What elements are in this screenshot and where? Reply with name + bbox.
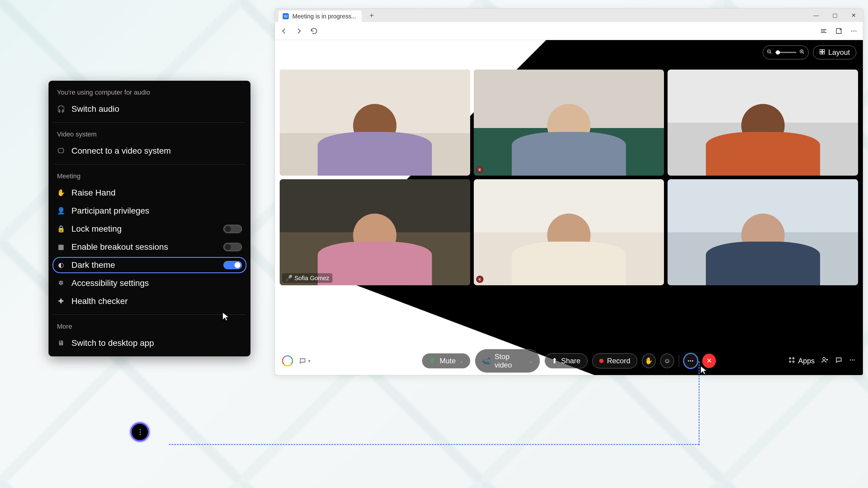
svg-rect-5: [820, 50, 822, 52]
participant-tile[interactable]: 🔇: [474, 179, 664, 285]
new-tab-button[interactable]: +: [367, 11, 376, 20]
minimize-button[interactable]: —: [807, 9, 826, 22]
switch-audio-item[interactable]: 🎧 Switch audio: [49, 100, 250, 118]
mute-label: Mute: [440, 357, 456, 365]
stop-video-button[interactable]: 📹 Stop video ⌄: [475, 349, 540, 372]
participant-name-badge: 🎤 Sofia Gomez: [282, 273, 333, 283]
browser-more-icon[interactable]: [849, 27, 858, 35]
more-panels-icon[interactable]: [849, 357, 856, 365]
webex-favicon-icon: W: [283, 13, 289, 19]
svg-point-18: [852, 359, 852, 360]
svg-point-14: [789, 361, 791, 362]
participant-privileges-label: Participant privileges: [71, 206, 149, 216]
accessibility-icon: ✲: [57, 279, 65, 287]
svg-point-9: [688, 360, 689, 361]
breakout-label: Enable breakout sessions: [71, 242, 168, 252]
share-button[interactable]: ⬆ Share: [545, 353, 587, 368]
video-icon: 📹: [482, 357, 491, 365]
maximize-button[interactable]: ▢: [826, 9, 844, 22]
svg-point-15: [793, 361, 795, 362]
desktop-app-label: Switch to desktop app: [71, 338, 154, 348]
menu-lines-icon[interactable]: [819, 27, 828, 35]
microphone-icon: 🎙: [429, 357, 436, 365]
participant-name: Sofia Gomez: [294, 275, 330, 282]
health-checker-item[interactable]: ✚ Health checker: [49, 292, 250, 310]
accessibility-label: Accessibility settings: [71, 278, 149, 288]
person-icon: 👤: [57, 207, 65, 215]
close-window-button[interactable]: ✕: [844, 9, 863, 22]
raise-hand-label: Raise Hand: [71, 188, 116, 198]
svg-point-12: [789, 358, 791, 359]
browser-titlebar: W Meeting is in progress... + — ▢ ✕: [275, 9, 863, 22]
connect-video-item[interactable]: 🖵 Connect to a video system: [49, 142, 250, 160]
browser-tab[interactable]: W Meeting is in progress...: [278, 10, 362, 22]
video-section-label: Video system: [49, 127, 250, 142]
zoom-control[interactable]: [763, 45, 809, 59]
chat-panel-icon[interactable]: [835, 356, 842, 365]
theme-icon: ◐: [57, 261, 65, 269]
breakout-sessions-item[interactable]: ▦ Enable breakout sessions: [49, 238, 250, 256]
svg-point-0: [851, 30, 852, 31]
svg-point-17: [850, 359, 851, 360]
record-label: Record: [607, 357, 630, 365]
more-section-label: More: [49, 319, 250, 334]
reactions-button[interactable]: ☺: [660, 354, 674, 368]
dark-theme-toggle[interactable]: [223, 261, 242, 269]
apps-icon: [788, 357, 795, 365]
apps-button[interactable]: Apps: [788, 357, 815, 365]
browser-window: W Meeting is in progress... + — ▢ ✕: [275, 8, 863, 375]
breakout-toggle[interactable]: [223, 243, 242, 251]
participant-tile-active[interactable]: 🎤 Sofia Gomez: [280, 179, 470, 285]
accessibility-item[interactable]: ✲ Accessibility settings: [49, 274, 250, 292]
svg-point-1: [853, 30, 854, 31]
participant-tile[interactable]: [668, 70, 858, 175]
desktop-app-item[interactable]: 🖥 Switch to desktop app: [49, 334, 250, 352]
lock-meeting-label: Lock meeting: [71, 224, 122, 234]
webex-logo-icon[interactable]: [282, 355, 293, 366]
record-button[interactable]: Record: [592, 353, 637, 368]
health-icon: ✚: [57, 297, 65, 305]
record-icon: [599, 359, 603, 363]
hand-icon: ✋: [57, 189, 65, 197]
svg-point-19: [854, 359, 855, 360]
svg-point-2: [855, 30, 856, 31]
layout-button[interactable]: Layout: [813, 45, 856, 59]
raise-hand-button[interactable]: ✋: [642, 354, 655, 368]
zoom-slider[interactable]: [775, 52, 796, 53]
grid-icon: [819, 48, 825, 57]
callout-line: [169, 444, 699, 445]
zoom-out-icon[interactable]: [767, 49, 772, 56]
mute-button[interactable]: 🎙 Mute ⌄: [422, 353, 470, 368]
meeting-area: Layout 🔇 🎤 Sofia Gomez: [275, 40, 863, 375]
participant-tile[interactable]: 🔇: [474, 70, 664, 175]
refresh-button[interactable]: [310, 27, 318, 35]
raise-hand-item[interactable]: ✋ Raise Hand: [49, 184, 250, 202]
participant-tile[interactable]: [668, 179, 858, 285]
more-options-button[interactable]: [684, 354, 698, 368]
chevron-down-icon[interactable]: ⌄: [529, 358, 533, 364]
tab-title: Meeting is in progress...: [292, 13, 356, 20]
chevron-down-icon[interactable]: ⌄: [459, 358, 463, 364]
forward-button[interactable]: [295, 27, 303, 35]
zoom-in-icon[interactable]: [799, 49, 805, 56]
lock-meeting-toggle[interactable]: [223, 225, 242, 233]
muted-icon: 🔇: [476, 275, 484, 283]
lock-icon: 🔒: [57, 225, 65, 233]
participants-icon[interactable]: [821, 356, 829, 365]
edit-icon[interactable]: [835, 27, 843, 35]
dark-theme-item[interactable]: ◐ Dark theme: [52, 256, 247, 274]
mic-icon: 🎤: [285, 274, 293, 282]
chat-button[interactable]: ▾: [297, 357, 312, 364]
callout-more-icon: ⋮: [130, 422, 150, 442]
participant-tile[interactable]: [280, 70, 470, 175]
back-button[interactable]: [280, 27, 288, 35]
end-call-button[interactable]: ✕: [702, 354, 716, 368]
meeting-control-bar: ▾ 🎙 Mute ⌄ 📹 Stop video ⌄ ⬆ Share: [275, 347, 863, 375]
lock-meeting-item[interactable]: 🔒 Lock meeting: [49, 220, 250, 238]
dark-theme-label: Dark theme: [71, 260, 115, 270]
tv-icon: 🖵: [57, 147, 65, 155]
participant-privileges-item[interactable]: 👤 Participant privileges: [49, 202, 250, 220]
share-label: Share: [561, 357, 581, 365]
svg-rect-8: [823, 52, 825, 54]
stop-video-label: Stop video: [495, 352, 525, 369]
